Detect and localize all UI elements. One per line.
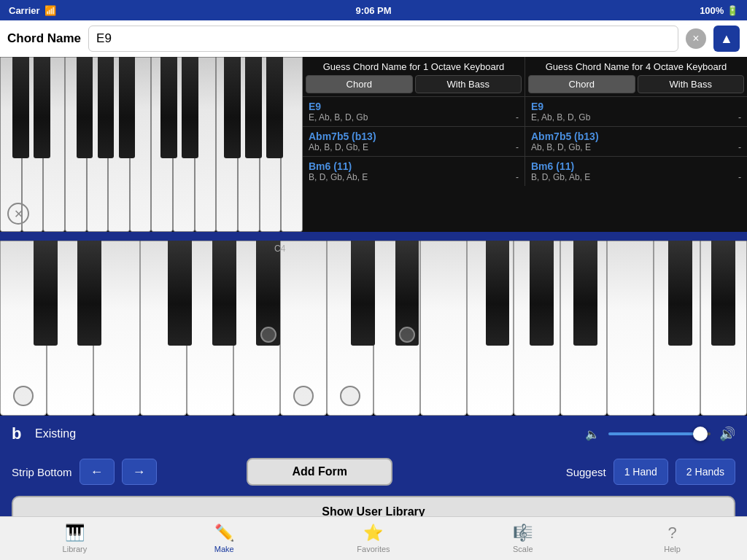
main-black-key-1[interactable] — [34, 241, 58, 346]
guess-4oct-name-3: Bm6 (11) — [531, 160, 741, 172]
tab-make[interactable]: ✏️ Make — [150, 517, 299, 560]
tab-make-label: Make — [214, 545, 234, 553]
guess-4oct-name-1: E9 — [531, 101, 741, 112]
main-keyboard-section: C4 — [0, 241, 747, 416]
mini-black-key-2[interactable] — [34, 57, 50, 158]
guess-1oct-notes-1: E, Ab, B, D, Gb- — [309, 112, 519, 122]
guess-4oct-notes-1: E, Ab, B, D, Gb- — [531, 112, 741, 122]
tab-library-label: Library — [63, 545, 88, 553]
make-icon: ✏️ — [214, 524, 234, 542]
main-black-key-2[interactable] — [77, 241, 101, 346]
guess-4oct-notes-2: Ab, B, D, Gb, E- — [531, 142, 741, 152]
guess-1oct-name-3: Bm6 (11) — [309, 160, 519, 172]
main-black-key-7[interactable] — [395, 241, 419, 346]
mini-black-key-3[interactable] — [77, 57, 93, 158]
guess-1oct-row-1[interactable]: E9 E, Ab, B, D, Gb- — [303, 96, 525, 126]
two-hands-button[interactable]: 2 Hands — [676, 459, 735, 485]
main-white-key-7[interactable] — [280, 241, 327, 416]
main-black-key-8[interactable] — [486, 241, 510, 346]
add-form-button[interactable]: Add Form — [247, 458, 392, 486]
existing-label: Existing — [35, 427, 576, 440]
chord-name-up-button[interactable]: ▲ — [713, 26, 740, 52]
carrier-label: Carrier — [9, 5, 40, 16]
mini-black-key-7[interactable] — [182, 57, 198, 158]
main-black-key-3[interactable] — [168, 241, 192, 346]
chord-name-input[interactable] — [88, 26, 678, 52]
guess-4oct-notes-3: B, D, Gb, Ab, E- — [531, 172, 741, 182]
note-indicator-8 — [340, 386, 360, 406]
volume-slider[interactable] — [608, 432, 711, 435]
main-piano-container — [0, 241, 747, 416]
volume-high-icon: 🔊 — [719, 426, 735, 442]
library-icon: 🎹 — [65, 524, 85, 542]
guess-4oct-row-3[interactable]: Bm6 (11) B, D, Gb, Ab, E- — [525, 156, 747, 186]
favorites-icon: ⭐ — [363, 524, 383, 542]
mini-black-key-8[interactable] — [224, 57, 241, 158]
status-bar: Carrier 📶 9:06 PM 100% 🔋 — [0, 0, 747, 20]
volume-thumb[interactable] — [693, 427, 708, 441]
main-white-key-10[interactable] — [420, 241, 467, 416]
mini-black-key-4[interactable] — [98, 57, 115, 158]
guess-1oct-name-2: Abm7b5 (b13) — [309, 131, 519, 142]
chord-name-bar: Chord Name × ▲ — [0, 20, 747, 57]
chord-name-label: Chord Name — [7, 31, 81, 46]
battery-label: 100% — [700, 5, 724, 16]
guess-1oct-tab-bass[interactable]: With Bass — [415, 75, 522, 93]
guess-4oct-tabs: Chord With Bass — [528, 75, 744, 93]
mini-black-key-10[interactable] — [266, 57, 283, 158]
time-label: 9:06 PM — [355, 5, 391, 16]
controls-bar: b Existing 🔈 🔊 — [0, 416, 747, 452]
guess-1oct-title: Guess Chord Name for 1 Octave Keyboard — [303, 57, 525, 75]
arrow-left-button[interactable]: ← — [80, 459, 115, 485]
volume-low-icon: 🔈 — [585, 427, 600, 441]
suggest-label: Suggest — [566, 466, 606, 478]
guess-4oct-name-2: Abm7b5 (b13) — [531, 131, 741, 142]
guess-4oct-row-2[interactable]: Abm7b5 (b13) Ab, B, D, Gb, E- — [525, 126, 747, 156]
main-black-key-11[interactable] — [668, 241, 692, 346]
main-white-key-14[interactable] — [607, 241, 654, 416]
chord-name-clear-button[interactable]: × — [686, 28, 706, 49]
tab-bar: 🎹 Library ✏️ Make ⭐ Favorites 🎼 Scale ? … — [0, 516, 747, 560]
blue-divider — [0, 232, 747, 241]
tab-library[interactable]: 🎹 Library — [0, 517, 150, 560]
mini-black-key-6[interactable] — [160, 57, 177, 158]
mini-black-key-9[interactable] — [245, 57, 262, 158]
note-indicator-1 — [13, 386, 34, 406]
main-black-key-6[interactable] — [351, 241, 375, 346]
main-black-key-10[interactable] — [573, 241, 597, 346]
mini-black-key-1[interactable] — [12, 57, 29, 158]
help-icon: ? — [667, 524, 676, 542]
tab-help[interactable]: ? Help — [597, 517, 747, 560]
main-black-key-4[interactable] — [212, 241, 236, 346]
arrow-right-button[interactable]: → — [122, 459, 157, 485]
guess-4oct-tab-bass[interactable]: With Bass — [638, 75, 745, 93]
tab-favorites[interactable]: ⭐ Favorites — [299, 517, 449, 560]
tab-help-label: Help — [664, 545, 681, 553]
guess-1oct-row-2[interactable]: Abm7b5 (b13) Ab, B, D, Gb, E- — [303, 126, 525, 156]
guess-1oct-tabs: Chord With Bass — [306, 75, 522, 93]
guess-4oct-title: Guess Chord Name for 4 Octave Keyboard — [525, 57, 747, 75]
guess-section-4oct: Guess Chord Name for 4 Octave Keyboard C… — [525, 57, 747, 186]
flat-symbol: b — [12, 424, 26, 443]
guess-1oct-row-3[interactable]: Bm6 (11) B, D, Gb, Ab, E- — [303, 156, 525, 186]
one-hand-button[interactable]: 1 Hand — [614, 459, 668, 485]
guess-4oct-tab-chord[interactable]: Chord — [528, 75, 635, 93]
mini-white-key-14[interactable] — [281, 57, 303, 232]
c4-label: C4 — [274, 244, 285, 254]
wifi-icon: 📶 — [44, 5, 56, 16]
main-black-key-5[interactable] — [256, 241, 280, 346]
guess-1oct-name-1: E9 — [309, 101, 519, 112]
mini-close-button[interactable]: ✕ — [7, 203, 29, 225]
chord-guess-panel: Guess Chord Name for 1 Octave Keyboard C… — [303, 57, 747, 232]
main-black-key-12[interactable] — [711, 241, 735, 346]
top-section: ✕ Guess Chord Name for 1 Octave Keyboard… — [0, 57, 747, 232]
guess-1oct-notes-2: Ab, B, D, Gb, E- — [309, 142, 519, 152]
tab-scale[interactable]: 🎼 Scale — [448, 517, 597, 560]
guess-section-1oct: Guess Chord Name for 1 Octave Keyboard C… — [303, 57, 525, 186]
guess-1oct-tab-chord[interactable]: Chord — [306, 75, 413, 93]
tab-favorites-label: Favorites — [357, 545, 390, 553]
guess-4oct-results: E9 E, Ab, B, D, Gb- Abm7b5 (b13) Ab, B, … — [525, 96, 747, 186]
mini-black-key-5[interactable] — [119, 57, 136, 158]
main-black-key-9[interactable] — [530, 241, 554, 346]
guess-4oct-row-1[interactable]: E9 E, Ab, B, D, Gb- — [525, 96, 747, 126]
